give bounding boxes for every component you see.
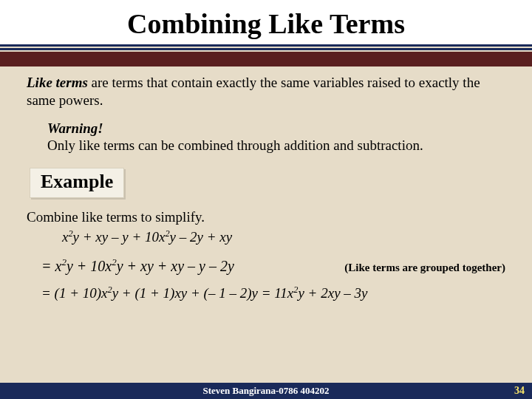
spacer [0,66,532,74]
title-rule [0,44,532,50]
step-row-1: = x2y + 10x2y + xy + xy – y – 2y (Like t… [41,256,505,276]
slide-title: Combining Like Terms [0,7,532,40]
final-line: = (1 + 10)x2y + (1 + 1)xy + (– 1 – 2)y =… [41,284,505,302]
footer-bar: Steven Bangirana-0786 404202 34 [0,383,532,399]
color-band [0,52,532,66]
definition-lead: Like terms [27,75,88,90]
title-area: Combining Like Terms [0,0,532,44]
example-label: Example [30,168,124,198]
step1-note: (Like terms are grouped together) [344,261,505,275]
definition-text: Like terms are terms that contain exactl… [27,74,505,109]
expression-original: x2y + xy – y + 10x2y – 2y + xy [62,228,505,246]
warning-body: Only like terms can be combined through … [47,137,505,154]
warning-block: Warning! Only like terms can be combined… [47,120,505,155]
slide: Combining Like Terms Like terms are term… [0,0,532,399]
example-prompt: Combine like terms to simplify. [27,208,505,226]
content-area: Like terms are terms that contain exactl… [0,74,532,302]
page-number: 34 [514,385,525,397]
step1-math: = x2y + 10x2y + xy + xy – y – 2y [41,256,234,276]
footer-text: Steven Bangirana-0786 404202 [202,385,329,397]
warning-heading: Warning! [47,120,505,137]
definition-rest: are terms that contain exactly the same … [27,75,480,108]
